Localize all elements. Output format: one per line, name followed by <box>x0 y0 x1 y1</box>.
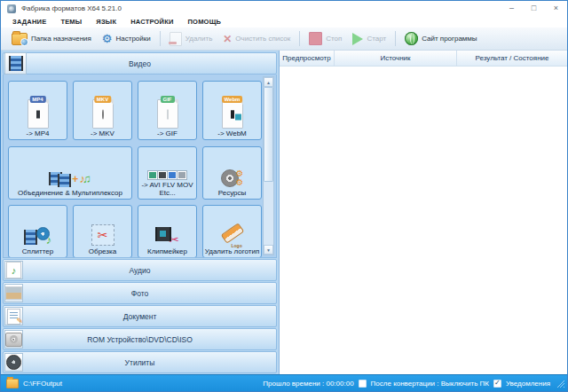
photo-section-icon <box>4 284 23 302</box>
multi-format-icon <box>148 171 186 179</box>
gif-label: -> GIF <box>156 129 178 137</box>
clear-list-icon: ✕ <box>223 34 232 44</box>
video-scrollbar[interactable]: ▲ ▼ <box>263 76 274 255</box>
start-button[interactable]: Старт <box>347 31 391 47</box>
stop-button[interactable]: Стоп <box>304 30 347 47</box>
window-controls: – □ × <box>501 1 567 16</box>
menu-language[interactable]: ЯЗЫК <box>89 18 123 26</box>
format-button-crop[interactable]: ✂ Обрезка <box>73 205 132 258</box>
format-button-mp4[interactable]: MP4 -> MP4 <box>8 81 67 140</box>
title-bar: Фабрика форматов X64 5.21.0 – □ × <box>1 1 567 16</box>
format-button-clipmaker[interactable]: ✂ Клипмейкер <box>138 205 197 258</box>
status-right-group: Прошло времени : 00:00:00 После конверта… <box>263 380 564 388</box>
format-sidebar: Видео MP4 -> MP4 MKV <box>1 51 279 374</box>
section-rom-device[interactable]: ROM Устройство\DVD\CD\ISO <box>3 328 277 350</box>
app-icon <box>7 4 16 13</box>
close-button[interactable]: × <box>545 1 567 16</box>
audio-section-icon: ♪ <box>4 261 23 279</box>
format-button-splitter[interactable]: ♪ Сплиттер <box>8 205 67 258</box>
toolbar: Папка назначения ⚙ Настройки Удалить ✕ О… <box>1 27 567 51</box>
clear-list-label: Очистить список <box>235 35 290 43</box>
destination-folder-button[interactable]: Папка назначения <box>6 31 97 47</box>
format-button-gif[interactable]: GIF -> GIF <box>138 81 197 140</box>
output-folder-icon <box>6 379 19 388</box>
start-icon <box>352 33 363 45</box>
format-button-resources[interactable]: ⚙ ⚙ Ресурсы <box>202 146 262 200</box>
globe-icon <box>405 32 418 45</box>
mux-icon: + ♪ ♫ <box>49 170 91 187</box>
window-title: Фабрика форматов X64 5.21.0 <box>21 4 122 12</box>
delete-icon <box>170 32 182 46</box>
settings-label: Настройки <box>116 35 151 43</box>
section-audio[interactable]: ♪ Аудио <box>3 259 277 281</box>
crop-label: Обрезка <box>88 247 117 255</box>
shutdown-label: После конвертации : Выключить ПК <box>371 380 489 388</box>
website-label: Сайт программы <box>422 35 477 43</box>
menu-task[interactable]: ЗАДАНИЕ <box>5 18 53 26</box>
delete-label: Удалить <box>185 35 213 43</box>
rom-section-icon <box>4 330 23 349</box>
elapsed-time-label: Прошло времени : 00:00:00 <box>263 380 353 388</box>
status-bar: C:\FFOutput Прошло времени : 00:00:00 По… <box>1 374 567 391</box>
menu-help[interactable]: ПОМОЩЬ <box>181 18 229 26</box>
column-result-state[interactable]: Результат / Состояние <box>457 51 567 66</box>
column-source[interactable]: Источник <box>335 51 457 66</box>
video-section-icon <box>4 52 27 74</box>
column-preview[interactable]: Предпросмотр <box>280 51 335 66</box>
main-area: Видео MP4 -> MP4 MKV <box>1 51 567 374</box>
maximize-button[interactable]: □ <box>523 1 545 16</box>
toolbar-separator <box>299 31 300 46</box>
website-button[interactable]: Сайт программы <box>399 30 482 47</box>
menu-settings[interactable]: НАСТРОЙКИ <box>123 18 180 26</box>
format-button-mkv[interactable]: MKV -> MKV <box>73 81 132 140</box>
folder-icon <box>12 33 28 45</box>
clear-list-button[interactable]: ✕ Очистить список <box>217 32 296 46</box>
section-document[interactable]: Документ <box>3 305 277 327</box>
task-list-body[interactable] <box>280 67 567 374</box>
clipmaker-label: Клипмейкер <box>146 247 188 255</box>
stop-icon <box>309 32 322 45</box>
section-video[interactable]: Видео <box>3 52 277 74</box>
clipmaker-icon: ✂ <box>155 228 179 246</box>
format-button-webm[interactable]: Webm -> WebM <box>202 81 262 140</box>
utilities-section-label: Утилиты <box>25 358 255 367</box>
scrollbar-thumb[interactable] <box>264 87 273 182</box>
section-utilities[interactable]: Утилиты <box>3 351 277 373</box>
notifications-label: Уведомления <box>506 380 550 388</box>
splitter-icon: ♪ <box>24 229 52 246</box>
format-button-mux[interactable]: + ♪ ♫ Объединение & Мультиплексор <box>8 146 132 200</box>
mkv-label: -> MKV <box>90 129 115 137</box>
video-format-grid: MP4 -> MP4 MKV -> MKV GI <box>3 74 277 258</box>
start-label: Старт <box>367 35 386 43</box>
toolbar-separator <box>160 31 161 46</box>
scrollbar-track[interactable] <box>264 87 273 245</box>
scroll-down-icon[interactable]: ▼ <box>264 245 273 255</box>
remove-logo-icon: Logo <box>219 223 246 247</box>
section-photo[interactable]: Фото <box>3 282 277 304</box>
shutdown-checkbox[interactable] <box>359 380 367 388</box>
delete-button[interactable]: Удалить <box>164 30 218 48</box>
stop-label: Стоп <box>326 35 342 43</box>
menu-themes[interactable]: ТЕМЫ <box>53 18 89 26</box>
scroll-up-icon[interactable]: ▲ <box>264 77 273 87</box>
destination-folder-label: Папка назначения <box>31 35 91 43</box>
utilities-section-icon <box>4 353 23 372</box>
gif-file-icon: GIF <box>154 96 181 129</box>
notifications-checkbox[interactable]: ✓ <box>493 380 501 388</box>
mp4-file-icon: MP4 <box>25 96 51 129</box>
gear-icon: ⚙ <box>102 33 113 44</box>
output-path[interactable]: C:\FFOutput <box>23 380 62 388</box>
mux-label: Объединение & Мультиплексор <box>17 189 123 197</box>
app-window: Фабрика форматов X64 5.21.0 – □ × ЗАДАНИ… <box>0 0 568 392</box>
video-section-label: Видео <box>25 59 255 68</box>
format-button-avi-flv-mov[interactable]: -> AVI FLV MOV Etc... <box>138 146 197 200</box>
document-section-icon <box>4 307 23 325</box>
format-button-remove-logo[interactable]: Logo Удалить логотип <box>202 205 262 258</box>
task-list-header: Предпросмотр Источник Результат / Состоя… <box>280 51 567 67</box>
crop-icon: ✂ <box>91 224 114 246</box>
settings-button[interactable]: ⚙ Настройки <box>97 31 156 46</box>
photo-section-label: Фото <box>25 289 255 298</box>
resize-grip[interactable] <box>556 380 564 388</box>
rom-section-label: ROM Устройство\DVD\CD\ISO <box>25 335 255 344</box>
minimize-button[interactable]: – <box>501 1 523 16</box>
